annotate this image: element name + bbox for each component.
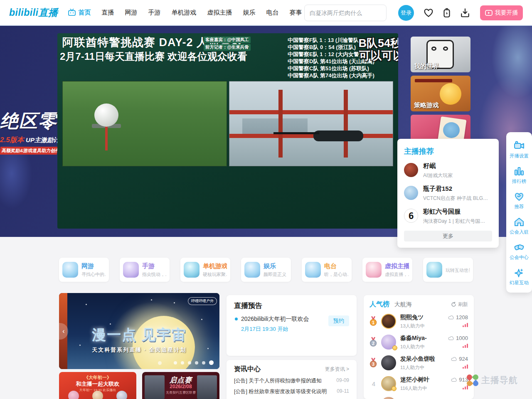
forecast-item: 2026bilibili大年初一联欢会 2月17日 19:30 开始 预约 [234, 315, 349, 333]
rank-tab-fleet[interactable]: 大航海 [394, 301, 412, 308]
download-client-icon[interactable] [460, 7, 470, 18]
avatar [381, 314, 396, 329]
svg-text:2: 2 [372, 341, 374, 346]
carousel-dot[interactable] [174, 361, 177, 365]
recommend-item[interactable]: 籽岷 AI游戏大玩家 [404, 162, 492, 179]
nav-pc-games[interactable]: 单机游戏 [171, 9, 196, 17]
nav-vtuber[interactable]: 虚拟主播 [207, 9, 232, 17]
refresh-icon [451, 302, 456, 307]
battery-charge-icon[interactable] [441, 7, 452, 18]
category-interactive[interactable]: 玩转互动世界 [423, 258, 473, 282]
category-mascot-icon [62, 262, 78, 278]
carousel-dot-active[interactable] [209, 360, 214, 365]
zzz-side-ad[interactable]: 绝区零 2.5版本 UP主激励计划 高额奖励&游戏道具助力创作 [0, 109, 57, 155]
rank-row[interactable]: 5 电子小猪柔 719 [369, 396, 468, 399]
live-player[interactable]: 阿联酋特警挑战赛 DAY-2 人质营救 客座嘉宾：@中国凤工 前方记者：@生来兵… [57, 33, 398, 229]
category-mascot-icon [184, 262, 200, 278]
favorites-heart-icon[interactable] [423, 7, 434, 18]
category-online-games[interactable]: 网游 寻找心中的… [59, 258, 109, 282]
news-center-panel: 资讯中心 更多资讯 > [公告] 关于个人所得税扣缴申报的通知 09-09 [公… [227, 360, 357, 399]
menu-guild-center[interactable]: 公会中心 [506, 239, 532, 264]
live-camera-icon [485, 10, 493, 16]
pinwheel-icon [466, 374, 479, 387]
carousel-dot[interactable] [181, 361, 184, 365]
menu-guild-join[interactable]: 公会入驻 [506, 213, 532, 239]
rank-row[interactable]: 2 淼淼Miya- 10人助力中 1000 [369, 334, 468, 350]
nav-live[interactable]: 直播 [101, 9, 114, 17]
house-icon [514, 217, 525, 227]
category-vtuber[interactable]: 虚拟主播 虚拟直播，… [362, 258, 412, 282]
category-mascot-icon [426, 262, 442, 278]
rank-row[interactable]: 3 发呆小鱼饼啦 11人助力中 924 [369, 355, 468, 371]
banner-vct-kickoff[interactable]: 启点赛 2026/2/08 无畏契约五赛区联赛 [142, 372, 219, 399]
recommend-more-button[interactable]: 更多 [404, 231, 492, 241]
rank-row[interactable]: 1 熙熙兔ツ 13人助力中 1208 [369, 313, 468, 330]
popularity-cloud-icon [451, 377, 457, 382]
top-navbar: bilibili直播 首页 直播 网游 手游 单机游戏 虚拟主播 娱乐 电台 赛… [0, 0, 532, 26]
menu-ranking[interactable]: 排行榜 [506, 163, 532, 188]
rank-row[interactable]: 4 迷茫小树叶 116人助力中 913 [369, 375, 468, 392]
nav-home[interactable]: 首页 [68, 9, 91, 17]
recommend-item[interactable]: 6 彩虹六号国服 淘汰赛Day 1 | 彩虹六号国… [404, 208, 492, 225]
nav-radio[interactable]: 电台 [266, 9, 278, 17]
thumb-strategy[interactable]: 策略游戏 [411, 76, 470, 111]
carousel-dot[interactable] [195, 361, 198, 365]
avatar [381, 376, 396, 391]
sparkle-star-icon [514, 267, 525, 278]
start-broadcast-button[interactable]: 我要开播 [480, 5, 523, 20]
danmaku-comment: 可以可以 [359, 48, 398, 63]
side-quick-menu: 开播设置 排行榜 推荐 公会入驻 [506, 132, 532, 293]
ad-version: 2.5版本 [0, 136, 24, 144]
trend-bars-icon [463, 365, 468, 369]
guest-badge: 客座嘉宾：@中国凤工 [204, 37, 251, 43]
svg-text:1: 1 [372, 320, 374, 325]
banner-new-year-gala[interactable]: 《大年初一》 和主播一起大联欢 大年初一 19:30 欢乐播出 [59, 372, 136, 399]
menu-recommend[interactable]: 推荐 [506, 188, 532, 213]
carousel-corner-badge: 哔哩哔哩户外 [188, 297, 217, 305]
news-more-link[interactable]: 更多资讯 > [325, 366, 349, 373]
nav-online-games[interactable]: 网游 [125, 9, 137, 17]
video-feed-sniper [229, 81, 394, 166]
menu-star-interact[interactable]: 幻星互动 [506, 264, 532, 289]
nav-mobile-games[interactable]: 手游 [148, 9, 160, 17]
popularity-cloud-icon [448, 336, 454, 340]
carousel-dot[interactable] [188, 361, 191, 365]
bullet-dot [235, 318, 238, 320]
trend-bars-icon [463, 344, 468, 348]
carousel-dot[interactable] [158, 361, 162, 365]
bilibili-live-homepage: bilibili直播 首页 直播 网游 手游 单机游戏 虚拟主播 娱乐 电台 赛… [0, 0, 532, 399]
gold-medal-icon: 1 [369, 316, 378, 326]
news-item[interactable]: [公告] 关于个人所得税扣缴申报的通知 09-09 [234, 377, 349, 384]
category-entertainment[interactable]: 娱乐 颜即是正义！ [241, 258, 291, 282]
score-line: 中国警察C队 第51位出场 (苏联队) [288, 65, 397, 72]
coin-badge-icon [392, 386, 397, 391]
avatar-r6-logo: 6 [404, 209, 418, 223]
thumb-minecraft[interactable]: 我的世界 [411, 37, 470, 72]
popularity-cloud-icon [451, 357, 457, 361]
guest-badges: 客座嘉宾：@中国凤工 前方记者：@生来兵骨 [204, 37, 251, 51]
menu-broadcast-settings[interactable]: 开播设置 [506, 137, 532, 163]
score-line: 中国警察A队 第74位出场 (大内高手) [288, 72, 397, 79]
login-button[interactable]: 登录 [398, 5, 414, 21]
nav-esports[interactable]: 赛事 [289, 9, 302, 17]
search-input[interactable] [310, 10, 385, 16]
nav-entertainment[interactable]: 娱乐 [243, 9, 255, 17]
category-pc-games[interactable]: 单机游戏 硬核玩家聚… [180, 258, 230, 282]
category-mobile-games[interactable]: 手游 指尖悦动，… [120, 258, 170, 282]
bronze-medal-icon: 3 [369, 358, 378, 368]
rank-refresh-button[interactable]: 刷新 [451, 301, 468, 308]
search-box[interactable] [304, 5, 387, 21]
avatar [381, 335, 396, 350]
news-item[interactable]: [公告] 粉丝勋章亲密度改版等级变化说明 09-11 [234, 388, 349, 395]
bilibili-live-logo[interactable]: bilibili直播 [9, 6, 58, 19]
rank-tab-popularity[interactable]: 人气榜 [369, 300, 389, 309]
category-radio[interactable]: 电台 听，是心动… [302, 258, 352, 282]
promo-carousel[interactable]: 哔哩哔哩户外 漫一点 见宇宙 天文科普系列直播 · 全民追星计划 ‹ [59, 293, 219, 369]
sniper-figure [313, 131, 363, 141]
reserve-button[interactable]: 预约 [328, 315, 349, 326]
anchor-navigation-float[interactable]: 主播导航 [466, 374, 518, 387]
carousel-dot[interactable] [202, 361, 205, 365]
recommend-item[interactable]: 瓶子君152 VCTCN启点赛 种子战 BLG… [404, 185, 492, 202]
carousel-subtitle: 天文科普系列直播 · 全民追星计划 [92, 346, 187, 354]
avatar [404, 186, 418, 200]
